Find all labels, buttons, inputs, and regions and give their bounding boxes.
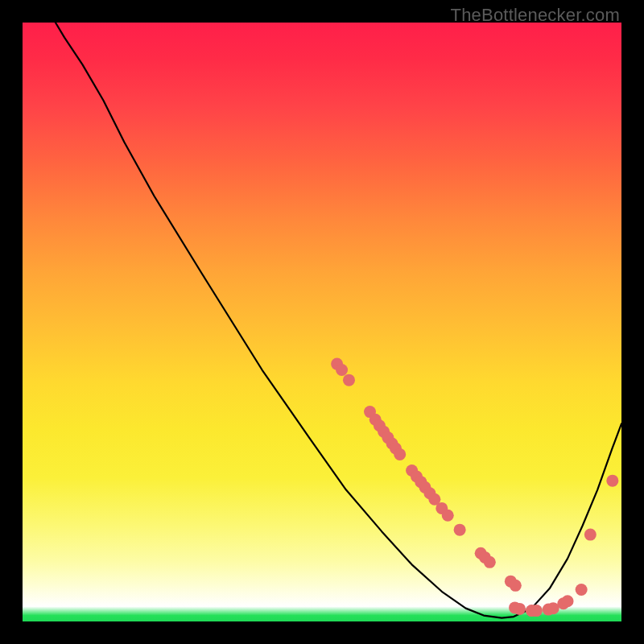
data-point-marker [442,510,454,522]
data-point-marker [514,603,526,615]
data-point-marker [576,584,588,596]
data-point-marker [394,448,406,460]
data-point-marker [484,556,496,568]
attribution-label: TheBottlenecker.com [451,5,620,26]
data-point-marker [336,364,348,376]
chart-svg [23,23,621,621]
data-point-marker [584,529,597,541]
bottleneck-curve [56,23,621,618]
data-point-marker [562,595,574,607]
data-point-marker [510,580,522,592]
data-point-marker [343,374,355,386]
chart-plot-area [23,23,621,621]
data-point-marker [454,524,466,536]
scatter-markers [331,358,618,617]
data-point-marker [530,605,543,617]
data-point-marker [606,475,618,487]
